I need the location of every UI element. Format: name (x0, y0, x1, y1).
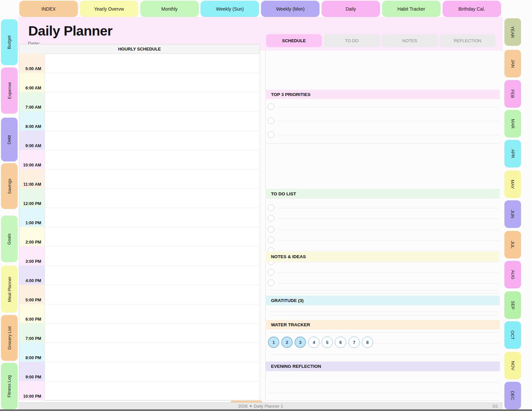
top-tab-yearly-overvw[interactable]: Yearly Overvw (80, 1, 138, 17)
todo-checkbox[interactable] (268, 204, 274, 211)
priority-line[interactable] (278, 107, 499, 107)
left-tab-label: Meal Planner (7, 276, 12, 302)
time-cell: 2:00 PM (19, 227, 45, 246)
todo-checkbox[interactable] (268, 279, 274, 286)
left-tab-savings[interactable]: Savings (1, 163, 18, 209)
left-tab-budget[interactable]: Budget (1, 19, 18, 65)
right-tab-jul[interactable]: JUL (504, 231, 521, 258)
right-tab-aug[interactable]: AUG (504, 261, 521, 288)
top-tab-weekly-mon-[interactable]: Weekly (Mon) (261, 1, 320, 17)
top-tab-index[interactable]: INDEX (19, 1, 78, 17)
top-tab-monthly[interactable]: Monthly (140, 1, 199, 17)
todo-checkbox[interactable] (268, 269, 274, 275)
ruled-line[interactable] (269, 293, 499, 293)
priority-line[interactable] (278, 135, 499, 135)
schedule-cell[interactable] (45, 304, 260, 323)
right-tab-jan[interactable]: JAN (504, 50, 521, 77)
left-tab-goals[interactable]: Goals (1, 216, 18, 262)
ruled-line[interactable] (269, 393, 499, 393)
priority-checkbox[interactable] (268, 103, 274, 110)
time-label: 4:00 PM (26, 278, 41, 283)
time-cell: 10:00 PM (19, 381, 45, 400)
todo-line[interactable] (278, 219, 499, 219)
schedule-cell[interactable] (45, 111, 260, 131)
section-title: GRATITUDE (3) (271, 298, 304, 303)
panel-tab-notes[interactable]: NOTES (382, 34, 438, 47)
schedule-cell[interactable] (45, 150, 260, 169)
top-tab-weekly-sun-[interactable]: Weekly (Sun) (200, 1, 259, 17)
todo-checkbox[interactable] (268, 237, 274, 243)
right-tab-label: OCT (510, 331, 515, 340)
schedule-cell[interactable] (45, 323, 260, 343)
ruled-line[interactable] (269, 332, 499, 333)
top-tab-habit-tracker[interactable]: Habit Tracker (382, 1, 441, 17)
schedule-cell[interactable] (45, 362, 260, 381)
panel-tab-reflection[interactable]: REFLECTION (440, 34, 495, 47)
water-cup-2[interactable]: 2 (281, 337, 293, 348)
right-tab-may[interactable]: MAY (504, 170, 521, 198)
right-tab-dec[interactable]: DEC (504, 382, 521, 409)
water-cup-8[interactable]: 8 (362, 337, 373, 348)
right-tab-label: MAY (510, 180, 515, 189)
todo-line[interactable] (278, 272, 499, 273)
water-cup-5[interactable]: 5 (322, 337, 333, 348)
right-tab-label: JUN (510, 210, 515, 218)
todo-line[interactable] (278, 262, 499, 262)
right-tab-nov[interactable]: NOV (504, 352, 521, 379)
right-tab-jun[interactable]: JUN (504, 200, 521, 228)
schedule-cell[interactable] (45, 246, 260, 265)
left-tab-expense[interactable]: Expense (1, 67, 18, 114)
water-cup-4[interactable]: 4 (308, 337, 320, 348)
top-tab-daily[interactable]: Daily (322, 1, 380, 17)
right-tab-mar[interactable]: MAR (504, 110, 521, 138)
todo-line[interactable] (278, 208, 499, 208)
ruled-line[interactable] (269, 315, 499, 315)
ruled-line[interactable] (269, 290, 499, 290)
schedule-cell[interactable] (45, 53, 260, 73)
right-tab-oct[interactable]: OCT (504, 321, 521, 349)
right-tab-apr[interactable]: APR (504, 140, 521, 167)
section-title: NOTES & IDEAS (271, 254, 306, 259)
schedule-cell[interactable] (45, 169, 260, 188)
todo-line[interactable] (278, 251, 499, 251)
water-cup-3[interactable]: 3 (295, 337, 306, 348)
right-tab-sep[interactable]: SEP (504, 291, 521, 319)
priority-checkbox[interactable] (268, 131, 274, 138)
schedule-cell[interactable] (45, 131, 260, 150)
ruled-line[interactable] (269, 355, 499, 355)
water-cup-7[interactable]: 7 (348, 337, 360, 348)
left-tab-grocery-list[interactable]: Grocery List (1, 315, 18, 361)
schedule-cell[interactable] (45, 227, 260, 246)
left-tab-debt[interactable]: Debt (1, 118, 18, 161)
panel-tab-schedule[interactable]: SCHEDULE (266, 34, 322, 47)
todo-checkbox[interactable] (268, 226, 274, 233)
todo-line[interactable] (278, 230, 499, 230)
ruled-line[interactable] (269, 382, 499, 382)
schedule-cell[interactable] (45, 92, 260, 111)
panel-tab-to-do[interactable]: TO DO (324, 34, 380, 47)
water-cup-1[interactable]: 1 (268, 337, 279, 348)
schedule-cell[interactable] (45, 73, 260, 92)
schedule-cell[interactable] (45, 208, 260, 227)
time-label: 5:00 AM (26, 66, 41, 71)
ruled-line[interactable] (269, 312, 499, 312)
todo-checkbox[interactable] (268, 215, 274, 222)
schedule-cell[interactable] (45, 285, 260, 304)
todo-line[interactable] (278, 240, 499, 241)
left-tab-meal-planner[interactable]: Meal Planner (1, 265, 18, 313)
schedule-cell[interactable] (45, 381, 260, 400)
right-tab-year[interactable]: YEAR (504, 18, 521, 46)
schedule-cell[interactable] (45, 188, 260, 208)
priority-line[interactable] (278, 121, 499, 121)
todo-line[interactable] (278, 283, 499, 283)
time-label: 7:00 AM (26, 105, 41, 110)
top-tab-birthday-cal-[interactable]: Birthday Cal. (443, 1, 501, 17)
section-title: WATER TRACKER (271, 322, 310, 327)
schedule-cell[interactable] (45, 343, 260, 362)
water-cup-6[interactable]: 6 (335, 337, 346, 348)
left-tab-fitness-log[interactable]: Fitness Log (1, 363, 18, 409)
schedule-cell[interactable] (45, 265, 260, 285)
right-tab-feb[interactable]: FEB (504, 80, 521, 108)
priority-checkbox[interactable] (268, 117, 274, 124)
row-divider (45, 400, 260, 401)
